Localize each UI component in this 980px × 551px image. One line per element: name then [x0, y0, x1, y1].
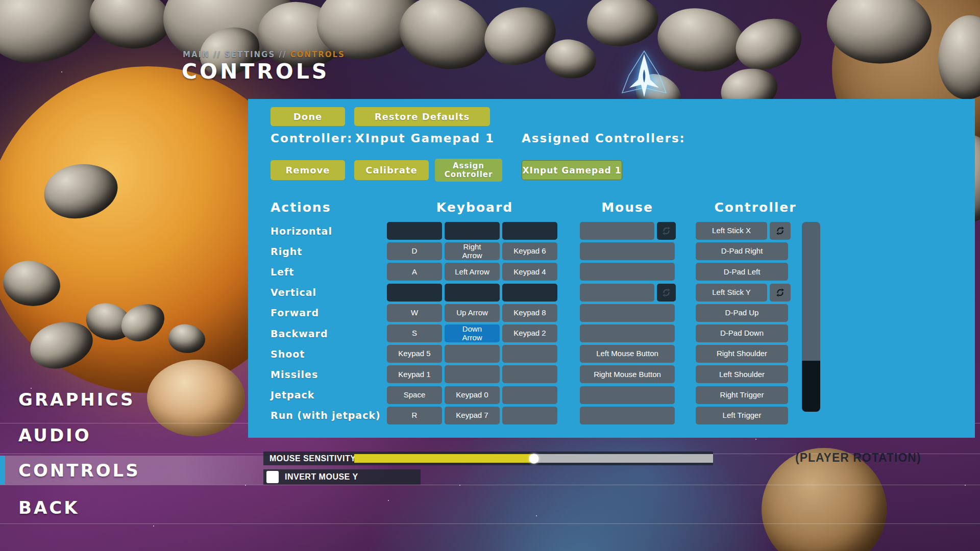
keyboard-binding-cell[interactable]: Keypad 8	[502, 304, 557, 322]
keyboard-binding-cell[interactable]: Keypad 7	[445, 407, 500, 424]
keyboard-binding-cell[interactable]	[445, 222, 500, 240]
controller-binding-cell[interactable]: Left Stick X	[696, 222, 767, 240]
bindings-scrollbar[interactable]	[802, 222, 820, 412]
slider-handle[interactable]	[529, 454, 538, 463]
keyboard-binding-cell[interactable]: Keypad 0	[445, 386, 500, 404]
assigned-controller-chip[interactable]: XInput Gamepad 1	[522, 160, 622, 180]
star	[536, 515, 537, 516]
mouse-binding-cell[interactable]: Right Mouse Button	[580, 365, 675, 383]
controller-binding-cell[interactable]: Left Shoulder	[696, 365, 788, 383]
restore-defaults-button[interactable]: Restore Defaults	[354, 107, 490, 126]
scrollbar-track[interactable]	[802, 222, 820, 361]
keyboard-binding-cell[interactable]	[387, 284, 442, 302]
keyboard-binding-cell[interactable]	[445, 365, 500, 383]
action-label: Backward	[271, 324, 328, 342]
keyboard-binding-cell[interactable]: A	[387, 263, 442, 281]
keyboard-binding-cell[interactable]: Left Arrow	[445, 263, 500, 281]
binding-row: JetpackSpaceKeypad 0Right Trigger	[248, 386, 975, 404]
star	[61, 71, 62, 72]
controls-panel: Done Restore Defaults Controller: XInput…	[248, 99, 975, 438]
controller-binding-cell[interactable]: D-Pad Up	[696, 304, 788, 322]
mouse-binding-cell[interactable]	[580, 324, 675, 342]
mouse-binding-cell[interactable]	[580, 284, 654, 302]
separator	[0, 485, 980, 485]
controller-binding-cell[interactable]: Right Trigger	[696, 386, 788, 404]
mouse-sensitivity-bar: MOUSE SENSITIVITY	[263, 452, 713, 465]
keyboard-binding-cell[interactable]	[502, 222, 557, 240]
mouse-binding-cell[interactable]	[580, 304, 675, 322]
controller-label: Controller:	[271, 132, 353, 145]
mouse-axis-invert-icon[interactable]	[657, 222, 676, 240]
binding-row: ForwardWUp ArrowKeypad 8D-Pad Up	[248, 304, 975, 322]
slider-fill	[354, 454, 534, 463]
keyboard-binding-cell[interactable]: Keypad 1	[387, 365, 442, 383]
action-label: Run (with jetpack)	[271, 407, 381, 424]
assigned-controllers-label: Assigned Controllers:	[522, 132, 685, 145]
keyboard-binding-cell[interactable]	[502, 386, 557, 404]
keyboard-binding-cell[interactable]: Up Arrow	[445, 304, 500, 322]
keyboard-binding-cell[interactable]: Space	[387, 386, 442, 404]
column-header-mouse: Mouse	[601, 200, 653, 215]
calibrate-button[interactable]: Calibrate	[354, 160, 429, 180]
action-label: Missiles	[271, 365, 318, 383]
keyboard-binding-cell[interactable]	[445, 345, 500, 363]
invert-mouse-label: INVERT MOUSE Y	[285, 472, 358, 482]
mouse-binding-cell[interactable]	[580, 263, 675, 281]
breadcrumb: MAIN // SETTINGS // CONTROLS	[183, 50, 345, 59]
keyboard-binding-cell[interactable]: Keypad 4	[502, 263, 557, 281]
keyboard-binding-cell[interactable]	[502, 284, 557, 302]
keyboard-binding-cell[interactable]: W	[387, 304, 442, 322]
keyboard-binding-cell[interactable]	[445, 284, 500, 302]
mouse-sensitivity-slider[interactable]	[354, 454, 713, 463]
controller-binding-cell[interactable]: Left Stick Y	[696, 284, 767, 302]
keyboard-binding-cell[interactable]	[387, 222, 442, 240]
keyboard-binding-cell[interactable]: R	[387, 407, 442, 424]
mouse-binding-cell[interactable]	[580, 407, 675, 424]
keyboard-binding-cell[interactable]: D	[387, 242, 442, 260]
keyboard-binding-cell[interactable]: Keypad 6	[502, 242, 557, 260]
invert-mouse-checkbox[interactable]	[266, 471, 279, 483]
keyboard-binding-cell[interactable]	[502, 365, 557, 383]
scrollbar-thumb[interactable]	[802, 361, 820, 412]
breadcrumb-current: CONTROLS	[290, 50, 345, 59]
keyboard-binding-cell[interactable]: Down Arrow	[445, 324, 500, 342]
column-header-keyboard: Keyboard	[436, 200, 513, 215]
mouse-axis-invert-icon[interactable]	[657, 284, 676, 302]
keyboard-binding-cell[interactable]: Keypad 2	[502, 324, 557, 342]
column-header-actions: Actions	[271, 200, 331, 215]
sidebar-item-back[interactable]: BACK	[0, 490, 459, 525]
mouse-binding-cell[interactable]	[580, 386, 675, 404]
mouse-binding-cell[interactable]: Left Mouse Button	[580, 345, 675, 363]
action-label: Vertical	[271, 284, 316, 302]
controller-binding-cell[interactable]: Left Trigger	[696, 407, 788, 424]
mouse-binding-cell[interactable]	[580, 222, 654, 240]
binding-row: LeftALeft ArrowKeypad 4D-Pad Left	[248, 263, 975, 281]
keyboard-binding-cell[interactable]	[502, 345, 557, 363]
keyboard-binding-cell[interactable]: Keypad 5	[387, 345, 442, 363]
sidebar-item-label: AUDIO	[18, 425, 91, 445]
binding-row: HorizontalLeft Stick X	[248, 222, 975, 240]
keyboard-binding-cell[interactable]	[502, 407, 557, 424]
keyboard-binding-cell[interactable]: S	[387, 324, 442, 342]
controller-axis-invert-icon[interactable]	[770, 222, 791, 240]
assign-controller-button[interactable]: Assign Controller	[435, 159, 502, 182]
action-label: Forward	[271, 304, 319, 322]
action-label: Shoot	[271, 345, 305, 363]
sidebar-item-label: BACK	[18, 497, 80, 518]
mouse-binding-cell[interactable]	[580, 242, 675, 260]
star	[755, 439, 756, 440]
invert-mouse-row: INVERT MOUSE Y	[263, 469, 421, 485]
keyboard-binding-cell[interactable]: Right Arrow	[445, 242, 500, 260]
controller-binding-cell[interactable]: D-Pad Right	[696, 242, 788, 260]
remove-button[interactable]: Remove	[271, 160, 345, 180]
binding-row: Run (with jetpack)RKeypad 7Left Trigger	[248, 407, 975, 424]
page-title: CONTROLS	[182, 59, 329, 84]
controller-binding-cell[interactable]: D-Pad Down	[696, 324, 788, 342]
sidebar-item-label: GRAPHICS	[18, 389, 135, 410]
action-label: Jetpack	[271, 386, 314, 404]
controller-binding-cell[interactable]: Right Shoulder	[696, 345, 788, 363]
done-button[interactable]: Done	[271, 107, 345, 126]
controller-axis-invert-icon[interactable]	[770, 284, 791, 302]
controller-binding-cell[interactable]: D-Pad Left	[696, 263, 788, 281]
action-label: Left	[271, 263, 294, 281]
